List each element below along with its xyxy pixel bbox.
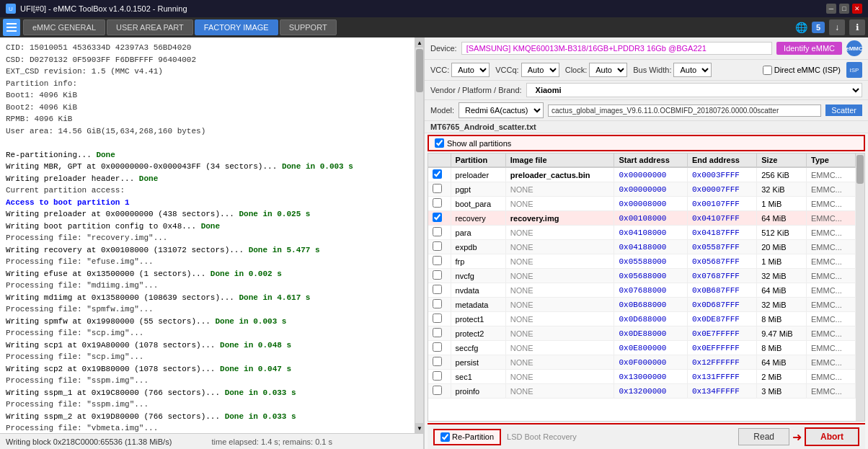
scatter-button[interactable]: Scatter	[825, 105, 862, 116]
close-button[interactable]: ✕	[852, 4, 862, 14]
partition-image: NONE	[505, 326, 614, 341]
partition-image: NONE	[505, 341, 614, 355]
partition-scroll-container: Partition Image file Start address End a…	[428, 154, 864, 421]
partition-checkbox-protect2[interactable]	[433, 328, 442, 337]
tab-support[interactable]: SUPPORT	[280, 19, 337, 35]
partition-end: 0x07687FFF	[687, 269, 756, 283]
direct-emmc-label[interactable]: Direct eMMC (ISP)	[763, 66, 841, 75]
col-size: Size	[757, 154, 807, 167]
vcc-row: VCC: Auto VCCq: Auto Clock: Auto Bus Wid…	[425, 60, 868, 81]
table-row: metadataNONE0x0B6880000x0D687FFF32 MiBEM…	[428, 298, 856, 312]
emmc-circle-button[interactable]: eMMC	[846, 40, 862, 56]
main-layout: CID: 15010051 4536334D 42397A3 56BD4020C…	[0, 37, 868, 449]
hamburger-line	[6, 23, 17, 25]
partition-end: 0x0003FFFF	[687, 167, 756, 182]
maximize-button[interactable]: □	[839, 4, 849, 14]
tab-factory-image[interactable]: FACTORY IMAGE	[195, 19, 278, 35]
clock-select[interactable]: Auto	[589, 63, 627, 77]
partition-name: nvdata	[451, 283, 505, 298]
partition-start: 0x07688000	[614, 283, 688, 298]
globe-icon: 🌐	[795, 22, 807, 33]
abort-button[interactable]: Abort	[805, 427, 859, 446]
partition-image: NONE	[505, 240, 614, 254]
partition-image: preloader_cactus.bin	[505, 167, 614, 182]
partition-name: para	[451, 226, 505, 240]
partition-end: 0x134FFFFF	[687, 384, 756, 399]
partition-checkbox-persist[interactable]	[433, 357, 442, 366]
vcc-select[interactable]: Auto	[451, 63, 490, 77]
partition-scrollbar[interactable]	[856, 154, 864, 421]
partition-checkbox-preloader[interactable]	[433, 169, 442, 179]
tab-emmc-general[interactable]: eMMC GENERAL	[23, 19, 105, 35]
log-scrollbar[interactable]: ▲ ▼	[415, 37, 423, 433]
vccq-group: VCCq: Auto	[495, 63, 559, 77]
scroll-down-arrow[interactable]: ▼	[415, 423, 423, 433]
partition-checkbox-boot_para[interactable]	[433, 198, 442, 208]
menubar-right: 🌐 5 ↓ ℹ	[795, 19, 865, 35]
show-all-partitions-checkbox[interactable]	[435, 138, 444, 148]
vccq-select[interactable]: Auto	[521, 63, 559, 77]
partition-image: NONE	[505, 312, 614, 326]
partition-size: 64 MiB	[757, 283, 807, 298]
clock-label: Clock:	[565, 66, 588, 74]
partition-checkbox-pgpt[interactable]	[433, 184, 442, 193]
partition-type: EMMC...	[807, 240, 856, 254]
partition-table-scroll[interactable]: Partition Image file Start address End a…	[428, 154, 856, 421]
partition-checkbox-metadata[interactable]	[433, 299, 442, 308]
partition-size: 512 KiB	[757, 226, 807, 240]
partition-type: EMMC...	[807, 370, 856, 384]
partition-size: 20 MiB	[757, 240, 807, 254]
partition-end: 0x00107FFF	[687, 197, 756, 211]
info-icon-btn[interactable]: ℹ	[849, 19, 865, 35]
partition-type: EMMC...	[807, 167, 856, 182]
tab-user-area[interactable]: USER AREA PART	[107, 19, 193, 35]
partition-checkbox-frp[interactable]	[433, 256, 442, 265]
hamburger-line	[6, 27, 17, 28]
left-panel: CID: 15010051 4536334D 42397A3 56BD4020C…	[0, 37, 424, 449]
scroll-up-arrow[interactable]: ▲	[415, 37, 423, 48]
read-button[interactable]: Read	[738, 428, 789, 445]
vcc-label: VCC:	[430, 66, 449, 74]
partition-checkbox-expdb[interactable]	[433, 241, 442, 251]
scroll-thumb[interactable]	[416, 49, 423, 92]
direct-emmc-checkbox[interactable]	[763, 66, 772, 75]
partition-start: 0x04188000	[614, 240, 688, 254]
col-start: Start address	[614, 154, 688, 167]
col-type: Type	[807, 154, 856, 167]
vendor-label: Vendor / Platform / Brand:	[430, 86, 522, 94]
minimize-button[interactable]: ─	[826, 4, 836, 14]
download-icon-btn[interactable]: ↓	[829, 19, 845, 35]
bus-width-select[interactable]: Auto	[673, 63, 712, 77]
partition-start: 0x0F000000	[614, 355, 688, 370]
table-row: protect2NONE0x0DE880000x0E7FFFFF9.47 MiB…	[428, 326, 856, 341]
partition-checkbox-sec1[interactable]	[433, 371, 442, 381]
partition-type: EMMC...	[807, 283, 856, 298]
partition-image: NONE	[505, 370, 614, 384]
identify-emmc-button[interactable]: Identify eMMC	[776, 42, 842, 55]
re-partition-checkbox[interactable]	[440, 432, 450, 442]
partition-type: EMMC...	[807, 355, 856, 370]
vendor-select[interactable]: Xiaomi	[526, 83, 862, 97]
log-scroll-area[interactable]: CID: 15010051 4536334D 42397A3 56BD4020C…	[0, 37, 415, 433]
partition-size: 8 MiB	[757, 312, 807, 326]
model-select[interactable]: Redmi 6A(cactus)	[459, 102, 544, 118]
vendor-row: Vendor / Platform / Brand: Xiaomi	[425, 81, 868, 100]
partition-start: 0x00000000	[614, 182, 688, 197]
partition-checkbox-protect1[interactable]	[433, 314, 442, 323]
partition-checkbox-para[interactable]	[433, 227, 442, 236]
device-value: [SAMSUNG] KMQE60013M-B318/16GB+LPDDR3 16…	[461, 42, 772, 55]
partition-scroll-thumb[interactable]	[856, 155, 864, 184]
partition-checkbox-proinfo[interactable]	[433, 386, 442, 395]
time-elapsed: time elapsed: 1.4 s; remains: 0.1 s	[212, 437, 418, 446]
partition-checkbox-recovery[interactable]	[433, 213, 442, 222]
isp-button[interactable]: ISP	[846, 62, 862, 78]
table-row: boot_paraNONE0x000080000x00107FFF1 MiBEM…	[428, 197, 856, 211]
partition-checkbox-seccfg[interactable]	[433, 342, 442, 352]
partition-checkbox-nvcfg[interactable]	[433, 270, 442, 280]
partition-end: 0x04107FFF	[687, 211, 756, 226]
partition-start: 0x00008000	[614, 197, 688, 211]
partition-checkbox-nvdata[interactable]	[433, 285, 442, 294]
partition-end: 0x00007FFF	[687, 182, 756, 197]
partition-name: recovery	[451, 211, 505, 226]
hamburger-menu[interactable]	[3, 19, 20, 36]
